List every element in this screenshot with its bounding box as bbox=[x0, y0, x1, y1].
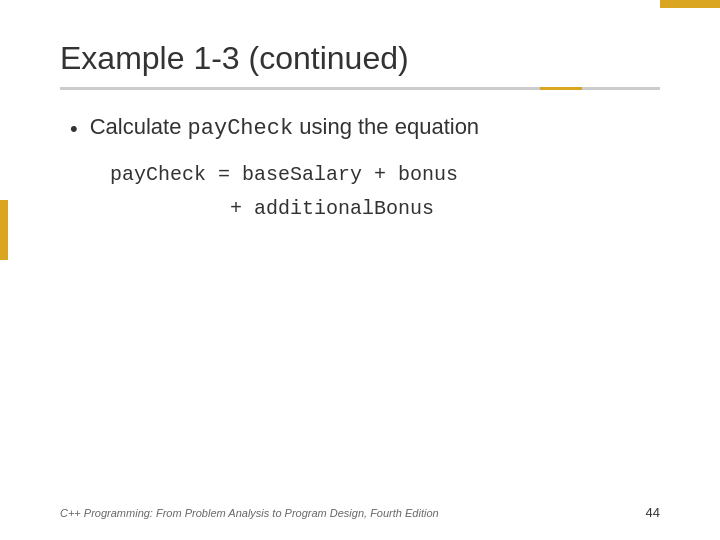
title-underline bbox=[60, 87, 660, 90]
bullet-code-term: payCheck bbox=[188, 116, 294, 141]
slide-title: Example 1-3 (continued) bbox=[60, 40, 660, 77]
top-right-accent bbox=[660, 0, 720, 8]
code-line-2: + additionalBonus bbox=[230, 192, 660, 226]
content-area: • Calculate payCheck using the equation … bbox=[60, 114, 660, 226]
bullet-text: Calculate payCheck using the equation bbox=[90, 114, 479, 141]
code-block: payCheck = baseSalary + bonus + addition… bbox=[110, 158, 660, 226]
bullet-suffix: using the equation bbox=[293, 114, 479, 139]
footer-page: 44 bbox=[646, 505, 660, 520]
code-line-1: payCheck = baseSalary + bonus bbox=[110, 158, 660, 192]
slide: Example 1-3 (continued) • Calculate payC… bbox=[0, 0, 720, 540]
bullet-prefix: Calculate bbox=[90, 114, 188, 139]
bullet-item: • Calculate payCheck using the equation bbox=[70, 114, 660, 142]
footer: C++ Programming: From Problem Analysis t… bbox=[60, 505, 660, 520]
bullet-dot: • bbox=[70, 116, 78, 142]
left-accent-bar bbox=[0, 200, 8, 260]
footer-text: C++ Programming: From Problem Analysis t… bbox=[60, 507, 439, 519]
title-area: Example 1-3 (continued) bbox=[60, 40, 660, 90]
